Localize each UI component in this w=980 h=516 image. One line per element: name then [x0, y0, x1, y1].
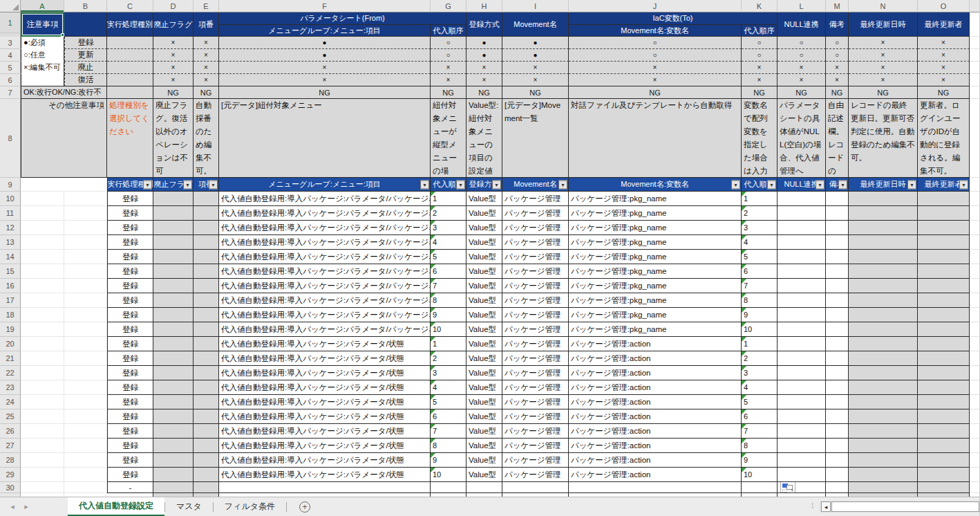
filter-subst-order-to[interactable]: 代入順序▼ [742, 178, 778, 192]
cell[interactable]: ○ [826, 37, 849, 49]
cell-movement-var[interactable]: パッケージ管理:pkg_name [569, 279, 742, 293]
cell-subst-order-to[interactable]: 6 [742, 409, 778, 424]
cell[interactable] [153, 308, 194, 322]
row-header-19[interactable]: 19 [0, 322, 21, 337]
filter-dropdown-icon[interactable]: ▼ [816, 180, 824, 189]
cell[interactable]: NG [849, 86, 918, 99]
cell-operation[interactable]: 復活 [64, 74, 107, 86]
cell[interactable] [826, 279, 849, 293]
cell[interactable] [194, 380, 219, 395]
cell[interactable] [826, 337, 849, 351]
row-header-6[interactable]: 6 [0, 74, 21, 86]
cell[interactable] [194, 337, 219, 351]
cell-note-exec[interactable]: 処理種別を選択してください [107, 99, 153, 178]
cell-reg-method[interactable]: Value型 [467, 439, 502, 453]
cell[interactable]: × [778, 74, 826, 86]
cell[interactable]: ○ [742, 37, 778, 49]
cell-subst-order-from[interactable]: 6 [431, 264, 467, 279]
cell[interactable]: × [502, 74, 569, 86]
scrollbar-splitter[interactable]: ⁞ [811, 501, 813, 510]
column-header-A[interactable]: A [21, 0, 64, 12]
cell[interactable] [153, 468, 194, 482]
cell[interactable] [849, 409, 918, 424]
cell[interactable] [64, 409, 107, 424]
header-cell-blank[interactable] [64, 12, 107, 37]
cell[interactable] [826, 453, 849, 468]
cell[interactable]: ○ [431, 49, 467, 62]
row-header-28[interactable]: 28 [0, 453, 21, 468]
header-last-update[interactable]: 最終更新日時 [849, 12, 918, 37]
cell-legend-key[interactable]: ○:任意 [21, 49, 64, 62]
cell[interactable]: × [918, 62, 970, 74]
cell-exec-type[interactable]: 登録 [107, 439, 153, 453]
cell-reg-method[interactable]: Value型 [467, 250, 502, 264]
row-header-1[interactable]: 1 [0, 12, 21, 33]
cell[interactable] [153, 221, 194, 235]
cell[interactable]: × [849, 37, 918, 49]
row-header-12[interactable]: 12 [0, 221, 21, 235]
cell-movement-var[interactable]: パッケージ管理:action [569, 337, 742, 351]
cell-subst-order-to[interactable]: 4 [742, 380, 778, 395]
cell[interactable] [849, 293, 918, 308]
cell[interactable] [21, 221, 64, 235]
cell-note-movement[interactable]: [元データ]Movement一覧 [502, 99, 569, 178]
cell-exec-type[interactable]: 登録 [107, 424, 153, 439]
cell[interactable] [849, 192, 918, 206]
cell-subst-order-to[interactable]: 10 [742, 322, 778, 337]
cell-reg-method[interactable]: Value型 [467, 366, 502, 380]
cell-note-movementvar[interactable]: 対話ファイル及びテンプレートから自動取得 [569, 99, 742, 178]
cell[interactable] [778, 221, 826, 235]
cell[interactable] [849, 468, 918, 482]
cell[interactable]: × [467, 62, 502, 74]
cell-menu-item[interactable] [219, 482, 431, 493]
cell[interactable] [194, 192, 219, 206]
header-param-sheet-from[interactable]: パラメータシート(From) [219, 12, 467, 25]
cell-note-menu[interactable]: [元データ]紐付対象メニュー [219, 99, 431, 178]
cell-movement-var[interactable]: パッケージ管理:pkg_name [569, 206, 742, 221]
cell[interactable]: × [742, 74, 778, 86]
header-exec-type[interactable]: 実行処理種別 [107, 12, 153, 37]
row-header-11[interactable]: 11 [0, 206, 21, 221]
cell[interactable] [194, 395, 219, 409]
cell[interactable]: × [194, 49, 219, 62]
cell[interactable]: + [778, 482, 826, 493]
cell-reg-method[interactable]: Value型 [467, 322, 502, 337]
cell-subst-order-from[interactable]: 3 [431, 366, 467, 380]
cell-subst-order-to[interactable]: 9 [742, 453, 778, 468]
cell-menu-item[interactable]: 代入値自動登録用:導入パッケージ:パラメータ/パッケージ名 [219, 279, 431, 293]
cell[interactable] [153, 337, 194, 351]
cell[interactable]: × [826, 62, 849, 74]
row-header-16[interactable]: 16 [0, 279, 21, 293]
cell[interactable] [849, 424, 918, 439]
cell-subst-order-to[interactable]: 4 [742, 235, 778, 250]
cell-subst-order-from[interactable]: 8 [431, 293, 467, 308]
cell[interactable] [849, 206, 918, 221]
cell-subst-order-from[interactable]: 1 [431, 192, 467, 206]
cell[interactable] [21, 395, 64, 409]
column-header-L[interactable]: L [778, 0, 826, 12]
cell-reg-method[interactable]: Value型 [467, 264, 502, 279]
cell[interactable] [778, 192, 826, 206]
cell-subst-order-from[interactable]: 2 [431, 206, 467, 221]
cell[interactable]: NG [153, 86, 194, 99]
cell-subst-order-to[interactable]: 7 [742, 424, 778, 439]
cell[interactable] [826, 322, 849, 337]
insert-options-button[interactable]: + [780, 482, 795, 493]
cell-legend-key[interactable] [21, 74, 64, 86]
cell[interactable] [194, 366, 219, 380]
cell-note-deprecate[interactable]: 廃止フラグ。復活以外のオペレーションは不可 [153, 99, 194, 178]
selection-handle[interactable] [61, 33, 64, 37]
filter-dropdown-icon[interactable]: ▼ [456, 180, 465, 189]
cell-movement-var[interactable]: パッケージ管理:pkg_name [569, 235, 742, 250]
cell-legend-key[interactable]: ×:編集不可 [21, 62, 64, 74]
cell[interactable] [826, 439, 849, 453]
cell-subst-order-to[interactable]: 3 [742, 221, 778, 235]
cell[interactable] [153, 482, 194, 493]
cell-exec-type[interactable]: 登録 [107, 337, 153, 351]
row-header-23[interactable]: 23 [0, 380, 21, 395]
cell-menu-item[interactable]: 代入値自動登録用:導入パッケージ:パラメータ/パッケージ名 [219, 221, 431, 235]
header-reg-method[interactable]: 登録方式 [467, 12, 502, 37]
header-deprecate-flag[interactable]: 廃止フラグ [153, 12, 194, 37]
cell-exec-type[interactable]: 登録 [107, 322, 153, 337]
cell[interactable] [918, 439, 970, 453]
